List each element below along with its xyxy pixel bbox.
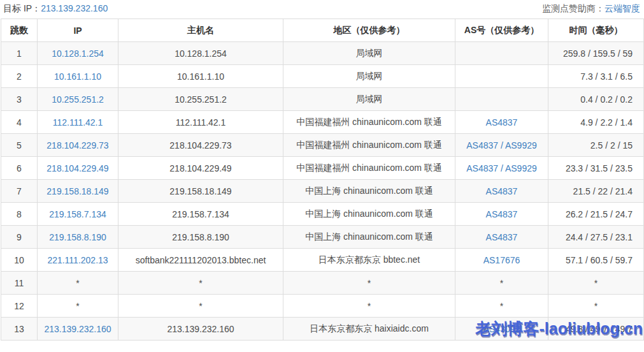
- ip-link[interactable]: 221.111.202.13: [47, 255, 108, 265]
- hostname-cell: 219.158.18.149: [118, 180, 283, 203]
- ip-cell: 219.158.7.134: [38, 203, 118, 226]
- hostname-cell: softbank221111202013.bbtec.net: [118, 249, 283, 272]
- hostname-cell: 218.104.229.49: [118, 157, 283, 180]
- hostname-cell: 219.158.7.134: [118, 203, 283, 226]
- table-row: 6218.104.229.49218.104.229.49中国福建福州 chin…: [1, 157, 644, 180]
- time-cell: *: [548, 272, 644, 295]
- ip-link[interactable]: 10.161.1.10: [54, 71, 101, 82]
- asn-link[interactable]: AS4837 / AS9929: [466, 140, 537, 150]
- region-cell: 中国福建福州 chinaunicom.com 联通: [283, 111, 455, 134]
- ip-link[interactable]: 219.158.8.190: [49, 232, 106, 242]
- ip-link[interactable]: 218.104.229.49: [47, 163, 108, 173]
- ip-cell: 219.158.18.149: [38, 180, 118, 203]
- hop-cell: 13: [1, 318, 38, 341]
- hostname-cell: 10.255.251.2: [118, 88, 283, 111]
- ip-link[interactable]: 10.255.251.2: [52, 94, 104, 105]
- asn-link[interactable]: AS4837: [486, 232, 518, 242]
- asn-cell: AS4837: [455, 226, 548, 249]
- target-ip-group: 目标 IP：213.139.232.160: [3, 3, 108, 15]
- asn-cell: AS4837: [455, 180, 548, 203]
- hostname-cell: *: [118, 295, 283, 318]
- table-row: 5218.104.229.73218.104.229.73中国福建福州 chin…: [1, 134, 644, 157]
- hop-cell: 8: [1, 203, 38, 226]
- sponsor-label: 监测点赞助商：: [542, 3, 605, 13]
- region-cell: 局域网: [283, 88, 455, 111]
- region-cell: 中国福建福州 chinaunicom.com 联通: [283, 134, 455, 157]
- hop-cell: 7: [1, 180, 38, 203]
- region-cell: *: [283, 295, 455, 318]
- ip-link[interactable]: 219.158.18.149: [47, 186, 108, 196]
- table-row: 8219.158.7.134219.158.7.134中国上海 chinauni…: [1, 203, 644, 226]
- traceroute-table: 跳数 IP 主机名 地区（仅供参考） AS号（仅供参考） 时间（毫秒） 110.…: [1, 18, 644, 341]
- target-ip-link[interactable]: 213.139.232.160: [41, 3, 108, 13]
- ip-cell: *: [38, 272, 118, 295]
- hostname-cell: 213.139.232.160: [118, 318, 283, 341]
- asn-cell: AS4837 / AS9929: [455, 157, 548, 180]
- asn-link[interactable]: AS4837 / AS9929: [466, 163, 537, 173]
- region-cell: 局域网: [283, 42, 455, 65]
- ip-cell: 218.104.229.73: [38, 134, 118, 157]
- asn-cell: [455, 65, 548, 88]
- time-cell: 259.8 / 159.5 / 59: [548, 42, 644, 65]
- asn-cell: AS4837 / AS9929: [455, 134, 548, 157]
- time-cell: *: [548, 295, 644, 318]
- ip-link[interactable]: 219.158.7.134: [49, 209, 106, 219]
- asn-link[interactable]: AS17676: [483, 255, 520, 265]
- hop-cell: 9: [1, 226, 38, 249]
- table-header-row: 跳数 IP 主机名 地区（仅供参考） AS号（仅供参考） 时间（毫秒）: [1, 19, 644, 42]
- asn-link[interactable]: AS4837: [486, 117, 518, 128]
- column-header-asn: AS号（仅供参考）: [455, 19, 548, 42]
- hop-cell: 10: [1, 249, 38, 272]
- ip-link[interactable]: 112.111.42.1: [53, 117, 103, 128]
- ip-cell: 219.158.8.190: [38, 226, 118, 249]
- hop-cell: 6: [1, 157, 38, 180]
- asn-link[interactable]: AS43092: [483, 324, 520, 334]
- table-row: 4112.111.42.1112.111.42.1中国福建福州 chinauni…: [1, 111, 644, 134]
- time-cell: 26.2 / 21.5 / 24.7: [548, 203, 644, 226]
- hop-cell: 4: [1, 111, 38, 134]
- hop-cell: 12: [1, 295, 38, 318]
- time-cell: 7.3 / 3.1 / 6.5: [548, 65, 644, 88]
- time-cell: 49.8 / 49.7 / 49.7: [548, 318, 644, 341]
- topbar: 目标 IP：213.139.232.160 监测点赞助商：云端智度: [0, 0, 644, 18]
- time-cell: 57.1 / 60.5 / 59.7: [548, 249, 644, 272]
- region-cell: 中国福建福州 chinaunicom.com 联通: [283, 157, 455, 180]
- asn-link[interactable]: AS4837: [486, 209, 518, 219]
- hop-cell: 5: [1, 134, 38, 157]
- ip-cell: 218.104.229.49: [38, 157, 118, 180]
- ip-cell: 112.111.42.1: [38, 111, 118, 134]
- time-cell: 4.9 / 2.2 / 1.4: [548, 111, 644, 134]
- region-cell: 中国上海 chinaunicom.com 联通: [283, 226, 455, 249]
- ip-cell: 10.161.1.10: [38, 65, 118, 88]
- ip-link[interactable]: 213.139.232.160: [44, 324, 111, 334]
- asn-cell: AS4837: [455, 203, 548, 226]
- hostname-cell: 10.161.1.10: [118, 65, 283, 88]
- region-cell: 中国上海 chinaunicom.com 联通: [283, 180, 455, 203]
- hop-cell: 11: [1, 272, 38, 295]
- time-cell: 21.5 / 22 / 21.4: [548, 180, 644, 203]
- table-body: 110.128.1.25410.128.1.254局域网259.8 / 159.…: [1, 42, 644, 341]
- region-cell: *: [283, 272, 455, 295]
- hop-cell: 1: [1, 42, 38, 65]
- time-cell: 2.5 / 2 / 15: [548, 134, 644, 157]
- ip-link[interactable]: 218.104.229.73: [47, 140, 108, 150]
- hostname-cell: 112.111.42.1: [118, 111, 283, 134]
- table-row: 12*****: [1, 295, 644, 318]
- asn-cell: AS43092: [455, 318, 548, 341]
- ip-cell: 213.139.232.160: [38, 318, 118, 341]
- asn-cell: AS17676: [455, 249, 548, 272]
- asn-link[interactable]: AS4837: [486, 186, 518, 196]
- ip-cell: *: [38, 295, 118, 318]
- asn-cell: *: [455, 272, 548, 295]
- table-row: 11*****: [1, 272, 644, 295]
- time-cell: 0.4 / 0.2 / 0.2: [548, 88, 644, 111]
- sponsor-link[interactable]: 云端智度: [605, 3, 640, 13]
- table-row: 10221.111.202.13softbank221111202013.bbt…: [1, 249, 644, 272]
- table-row: 110.128.1.25410.128.1.254局域网259.8 / 159.…: [1, 42, 644, 65]
- region-cell: 局域网: [283, 65, 455, 88]
- asn-cell: *: [455, 295, 548, 318]
- region-cell: 日本东京都东京 bbtec.net: [283, 249, 455, 272]
- target-ip-label: 目标 IP：: [3, 3, 41, 13]
- asn-cell: AS4837: [455, 111, 548, 134]
- ip-link[interactable]: 10.128.1.254: [52, 48, 104, 59]
